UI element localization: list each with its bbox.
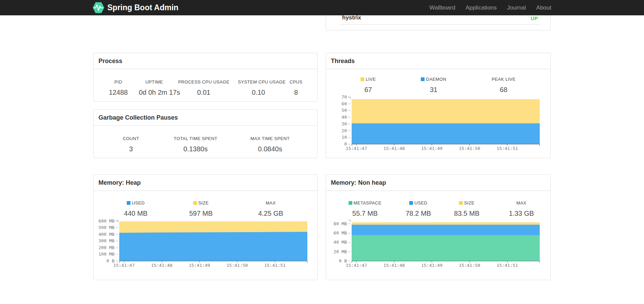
stat-size: SIZE597 MB — [174, 200, 228, 217]
memory-heap-chart: 0 B100 MB200 MB300 MB400 MB500 MB600 MB1… — [94, 217, 313, 269]
svg-text:20 MB: 20 MB — [334, 249, 347, 254]
process-panel: Process PID12488UPTIME0d 0h 2m 17sPROCES… — [93, 53, 318, 102]
stat-value: 0d 0h 2m 17s — [139, 88, 169, 96]
stat-value: 597 MB — [174, 209, 228, 217]
stat-label: PID — [98, 79, 139, 85]
legend-swatch-size — [193, 201, 197, 205]
stat-value: 3 — [98, 145, 164, 153]
legend-swatch-metaspace — [349, 201, 352, 205]
stat-daemon: DAEMON31 — [406, 77, 461, 94]
stat-value: 0.01 — [170, 88, 238, 96]
svg-text:15:41:51: 15:41:51 — [497, 146, 518, 151]
stat-process-cpu-usage: PROCESS CPU USAGE0.01 — [170, 79, 238, 96]
pulse-hexagon-icon — [93, 1, 104, 14]
stat-value: 440 MB — [98, 209, 174, 217]
threads-chart: 01020304050607015:41:4715:41:4815:41:491… — [326, 94, 546, 152]
stat-max: MAX4.25 GB — [228, 200, 313, 217]
stat-label: UPTIME — [139, 79, 169, 85]
svg-text:15:41:47: 15:41:47 — [113, 263, 135, 268]
memory-heap-panel: Memory: Heap USED440 MBSIZE597 MBMAX4.25… — [93, 174, 318, 280]
svg-text:15:41:50: 15:41:50 — [459, 263, 480, 268]
svg-text:40 MB: 40 MB — [334, 240, 347, 245]
memory-nonheap-panel-title: Memory: Non heap — [326, 175, 550, 191]
stat-max-time-spent: MAX TIME SPENT0.0840s — [227, 136, 313, 153]
svg-text:300 MB: 300 MB — [98, 238, 114, 243]
process-panel-title: Process — [94, 53, 317, 69]
navbar-menu: WallboardApplicationsJournalAbout — [424, 0, 551, 15]
stat-count: COUNT3 — [98, 136, 164, 153]
application-name: hystrix — [342, 14, 361, 21]
stat-used: USED440 MB — [98, 200, 174, 217]
memory-nonheap-chart: 0 B20 MB40 MB60 MB80 MB15:41:4715:41:481… — [326, 217, 546, 269]
stat-value: 0.10 — [238, 88, 279, 96]
memory-nonheap-legend: METASPACE55.7 MBUSED78.2 MBSIZE83.5 MBMA… — [326, 191, 550, 217]
stat-value: 4.25 GB — [228, 209, 313, 217]
nav-item-journal[interactable]: Journal — [502, 0, 531, 15]
svg-text:50: 50 — [341, 108, 347, 113]
svg-text:600 MB: 600 MB — [98, 218, 114, 224]
stat-label: MAX — [228, 200, 313, 206]
svg-text:15:41:49: 15:41:49 — [189, 263, 210, 268]
navbar: Spring Boot Admin WallboardApplicationsJ… — [0, 0, 644, 15]
nav-item-about[interactable]: About — [531, 0, 551, 15]
stat-label: MAX TIME SPENT — [227, 136, 313, 141]
stat-label: SYSTEM CPU USAGE — [238, 79, 279, 85]
svg-text:40: 40 — [341, 115, 347, 120]
navbar-inner: Spring Boot Admin WallboardApplicationsJ… — [93, 0, 551, 15]
svg-text:100 MB: 100 MB — [98, 252, 114, 257]
svg-text:60: 60 — [341, 101, 347, 106]
svg-text:15:41:49: 15:41:49 — [421, 146, 443, 151]
process-stats: PID12488UPTIME0d 0h 2m 17sPROCESS CPU US… — [94, 69, 317, 96]
svg-text:60 MB: 60 MB — [334, 230, 347, 235]
svg-text:500 MB: 500 MB — [98, 225, 114, 230]
stat-total-time-spent: TOTAL TIME SPENT0.1380s — [164, 136, 227, 153]
memory-nonheap-panel: Memory: Non heap METASPACE55.7 MBUSED78.… — [326, 174, 551, 280]
stat-value: 0.0840s — [227, 145, 313, 153]
svg-text:15:41:47: 15:41:47 — [346, 263, 367, 268]
legend-swatch-used — [409, 201, 413, 205]
stat-metaspace: METASPACE55.7 MB — [330, 200, 400, 217]
stat-size: SIZE83.5 MB — [437, 200, 496, 217]
stat-peak-live: PEAK LIVE68 — [461, 77, 546, 94]
stat-value: 78.2 MB — [400, 209, 437, 217]
stat-label: COUNT — [98, 136, 164, 141]
brand-label: Spring Boot Admin — [107, 3, 179, 12]
stat-value: 83.5 MB — [437, 209, 496, 217]
stat-value: 68 — [461, 86, 546, 94]
stat-value: 12488 — [98, 88, 139, 96]
svg-text:15:41:48: 15:41:48 — [383, 146, 405, 151]
svg-text:15:41:50: 15:41:50 — [459, 146, 480, 151]
gc-stats: COUNT3TOTAL TIME SPENT0.1380sMAX TIME SP… — [94, 126, 317, 153]
svg-text:15:41:48: 15:41:48 — [383, 263, 405, 268]
stat-used: USED78.2 MB — [400, 200, 437, 217]
legend-swatch-size — [459, 201, 463, 205]
stat-label: SIZE — [437, 200, 496, 206]
threads-legend: LIVE67DAEMON31PEAK LIVE68 — [326, 69, 550, 94]
svg-text:80 MB: 80 MB — [334, 221, 347, 226]
stat-value: 8 — [279, 88, 313, 96]
threads-panel-title: Threads — [326, 53, 550, 69]
stat-live: LIVE67 — [330, 77, 406, 94]
application-row-hystrix[interactable]: hystrix UP — [339, 14, 541, 25]
stat-label: MAX — [496, 200, 546, 206]
stat-max: MAX1.33 GB — [496, 200, 546, 217]
stat-value: 55.7 MB — [330, 209, 400, 217]
memory-heap-panel-title: Memory: Heap — [94, 175, 317, 191]
stat-label: CPUS — [279, 79, 313, 85]
svg-text:200 MB: 200 MB — [98, 245, 114, 250]
stat-uptime: UPTIME0d 0h 2m 17s — [139, 79, 169, 96]
svg-text:15:41:50: 15:41:50 — [227, 263, 248, 268]
gc-panel-title: Garbage Collection Pauses — [94, 110, 317, 126]
brand-link[interactable]: Spring Boot Admin — [93, 1, 179, 14]
legend-swatch-daemon — [421, 77, 425, 81]
stat-label: METASPACE — [330, 200, 400, 206]
stat-value: 1.33 GB — [496, 209, 546, 217]
nav-item-applications[interactable]: Applications — [460, 0, 502, 15]
svg-text:20: 20 — [341, 128, 347, 133]
stat-label: DAEMON — [406, 77, 461, 82]
svg-text:10: 10 — [341, 135, 347, 140]
stat-value: 67 — [330, 86, 406, 94]
stat-system-cpu-usage: SYSTEM CPU USAGE0.10 — [238, 79, 279, 96]
svg-text:30: 30 — [341, 121, 347, 126]
nav-item-wallboard[interactable]: Wallboard — [424, 0, 460, 15]
